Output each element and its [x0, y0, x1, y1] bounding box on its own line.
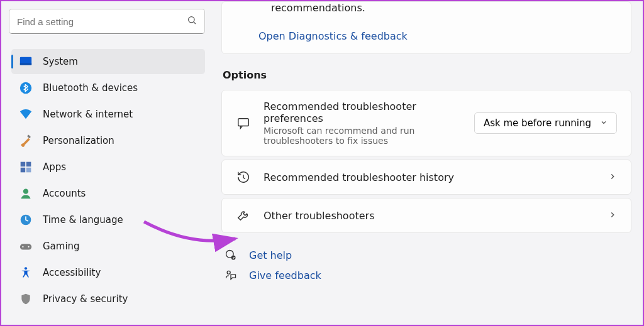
options-heading: Options: [223, 69, 631, 81]
footer-links: Get help Give feedback: [221, 249, 631, 281]
svg-point-10: [23, 189, 28, 194]
row-troubleshooter-preferences[interactable]: Recommended troubleshooter preferences M…: [221, 90, 631, 156]
shield-icon: [19, 292, 33, 306]
person-icon: [19, 187, 33, 200]
svg-rect-16: [238, 119, 249, 126]
row-title: Recommended troubleshooter preferences: [264, 101, 462, 124]
sidebar-item-label: Accessibility: [43, 267, 101, 278]
chevron-right-icon: [608, 210, 617, 222]
sidebar-item-label: Accounts: [43, 188, 86, 199]
row-title: Other troubleshooters: [264, 210, 596, 222]
sidebar-item-label: Gaming: [43, 241, 80, 252]
sidebar-item-accessibility[interactable]: Accessibility: [11, 260, 205, 285]
wifi-icon: [19, 107, 33, 121]
svg-point-15: [25, 267, 27, 269]
svg-rect-12: [20, 244, 31, 249]
sidebar-item-apps[interactable]: Apps: [11, 155, 205, 180]
system-icon: [19, 55, 33, 68]
sidebar-item-label: Bluetooth & devices: [43, 82, 138, 94]
row-other-troubleshooters[interactable]: Other troubleshooters: [221, 198, 631, 233]
give-feedback-link[interactable]: Give feedback: [249, 269, 321, 281]
svg-rect-9: [26, 168, 31, 173]
get-help-link[interactable]: Get help: [249, 249, 292, 261]
top-info-card: recommendations. Open Diagnostics & feed…: [221, 1, 631, 54]
paintbrush-icon: [19, 134, 33, 148]
chevron-right-icon: [608, 171, 617, 183]
feedback-icon: [224, 269, 238, 281]
sidebar-item-system[interactable]: System: [11, 49, 205, 74]
search-input[interactable]: [17, 16, 187, 27]
gamepad-icon: [19, 239, 33, 253]
svg-rect-7: [26, 162, 31, 167]
clock-globe-icon: [19, 213, 33, 227]
sidebar-item-personalization[interactable]: Personalization: [11, 128, 205, 153]
sidebar-item-gaming[interactable]: Gaming: [11, 234, 205, 259]
sidebar-item-accounts[interactable]: Accounts: [11, 181, 205, 206]
svg-point-14: [28, 246, 29, 247]
settings-sidebar: System Bluetooth & devices Network & int…: [1, 1, 210, 325]
main-content: recommendations. Open Diagnostics & feed…: [210, 1, 643, 325]
sidebar-nav: System Bluetooth & devices Network & int…: [11, 49, 205, 313]
recommendations-text: recommendations.: [271, 2, 613, 14]
sidebar-item-bluetooth[interactable]: Bluetooth & devices: [11, 75, 205, 101]
sidebar-item-label: Time & language: [43, 214, 123, 225]
svg-rect-6: [21, 162, 26, 167]
sidebar-item-time-language[interactable]: Time & language: [11, 207, 205, 232]
sidebar-item-label: Personalization: [43, 135, 114, 146]
apps-icon: [19, 160, 33, 174]
svg-point-13: [22, 246, 23, 247]
search-box[interactable]: [9, 9, 205, 34]
sidebar-item-network[interactable]: Network & internet: [11, 102, 205, 127]
help-icon: [224, 249, 238, 261]
svg-rect-5: [27, 134, 31, 138]
sidebar-item-label: Privacy & security: [43, 293, 128, 305]
give-feedback-row: Give feedback: [224, 269, 631, 281]
sidebar-item-privacy[interactable]: Privacy & security: [11, 286, 205, 312]
row-troubleshooter-history[interactable]: Recommended troubleshooter history: [221, 160, 631, 195]
svg-rect-3: [20, 63, 31, 65]
accessibility-icon: [19, 266, 33, 280]
chevron-down-icon: [600, 117, 608, 129]
dropdown-value: Ask me before running: [484, 117, 591, 129]
wrench-icon: [236, 209, 251, 222]
sidebar-item-label: Network & internet: [43, 109, 133, 120]
chat-icon: [236, 116, 251, 130]
search-icon: [187, 15, 197, 28]
diagnostics-feedback-link[interactable]: Open Diagnostics & feedback: [258, 30, 408, 42]
sidebar-item-label: Apps: [43, 161, 66, 173]
sidebar-item-label: System: [43, 56, 78, 67]
bluetooth-icon: [19, 81, 33, 95]
svg-line-1: [194, 22, 196, 24]
preferences-dropdown[interactable]: Ask me before running: [474, 112, 617, 134]
row-subtitle: Microsoft can recommend and run troubles…: [264, 126, 462, 146]
svg-rect-8: [21, 168, 26, 173]
get-help-row: Get help: [224, 249, 631, 261]
history-icon: [236, 170, 251, 184]
svg-point-19: [227, 271, 230, 274]
svg-point-0: [189, 17, 194, 23]
row-title: Recommended troubleshooter history: [264, 171, 596, 183]
